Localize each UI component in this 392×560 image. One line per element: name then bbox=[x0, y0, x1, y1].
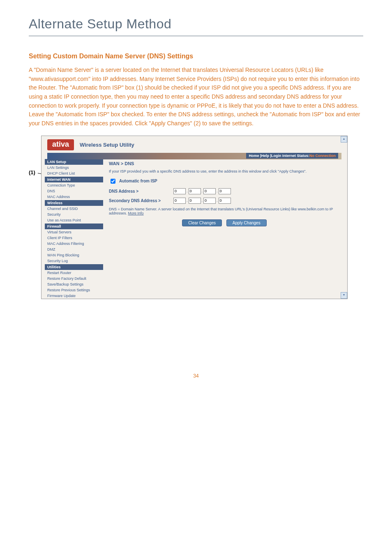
page-number: 34 bbox=[29, 373, 363, 379]
router-header: ativa Wireless Setup Utility bbox=[42, 136, 347, 151]
router-ui-screenshot: ▴ ▾ ativa Wireless Setup Utility Home |H… bbox=[41, 136, 348, 299]
sidebar-head-wireless[interactable]: Wireless bbox=[45, 200, 103, 206]
sidebar-item-mac[interactable]: MAC Address bbox=[45, 194, 103, 200]
screenshot-figure: (1) (2) ▴ ▾ ativa Wireless Setup Utility… bbox=[41, 136, 363, 299]
auto-isp-label: Automatic from ISP bbox=[119, 179, 157, 183]
auto-isp-checkbox[interactable] bbox=[111, 179, 115, 184]
utility-title: Wireless Setup Utility bbox=[80, 142, 134, 148]
sidebar-item-dns[interactable]: DNS bbox=[45, 188, 103, 194]
breadcrumb: WAN > DNS bbox=[109, 161, 340, 166]
sidebar-item-virtual-servers[interactable]: Virtual Servers bbox=[45, 229, 103, 235]
sidebar-head-firewall[interactable]: Firewall bbox=[45, 224, 103, 229]
clear-changes-button[interactable]: Clear Changes bbox=[182, 219, 222, 226]
sec-dns-ip-1[interactable] bbox=[173, 198, 186, 204]
scrollbar-up-icon[interactable]: ▴ bbox=[341, 136, 347, 143]
main-panel: WAN > DNS If your ISP provided you with … bbox=[103, 159, 347, 299]
sidebar-head-lan[interactable]: LAN Setup bbox=[45, 159, 103, 165]
sidebar-head-wan[interactable]: Internet WAN bbox=[45, 177, 103, 182]
sidebar-item-dhcp[interactable]: DHCP Client List bbox=[45, 171, 103, 176]
header-bar: Home |Help |Login Internet Status:No Con… bbox=[47, 153, 341, 159]
section-title: Setting Custom Domain Name Server (DNS) … bbox=[29, 53, 363, 60]
sec-dns-ip-4[interactable] bbox=[219, 198, 231, 204]
page-title: Alternate Setup Method bbox=[29, 16, 363, 32]
brand-logo: ativa bbox=[47, 139, 74, 150]
sidebar-item-ap[interactable]: Use as Access Point bbox=[45, 217, 103, 223]
apply-changes-button[interactable]: Apply Changes bbox=[226, 219, 267, 226]
dns-ip-3[interactable] bbox=[203, 188, 216, 194]
sidebar-item-restart[interactable]: Restart Router bbox=[45, 270, 103, 276]
sidebar-item-conn-type[interactable]: Connection Type bbox=[45, 182, 103, 188]
sidebar-item-dmz[interactable]: DMZ bbox=[45, 247, 103, 252]
dns-address-label: DNS Address > bbox=[109, 189, 168, 194]
sec-dns-ip-3[interactable] bbox=[203, 198, 216, 204]
internet-status: No Connection bbox=[309, 154, 336, 158]
sec-dns-ip-inputs: . . . bbox=[173, 198, 231, 204]
sidebar-item-security[interactable]: Security bbox=[45, 212, 103, 217]
sidebar-head-utilities[interactable]: Utilities bbox=[45, 264, 103, 270]
more-info-link[interactable]: More Info bbox=[128, 211, 144, 215]
sidebar-item-lan-settings[interactable]: LAN Settings bbox=[45, 165, 103, 171]
sec-dns-label: Secondary DNS Address > bbox=[109, 198, 168, 203]
sidebar-item-channel[interactable]: Channel and SSID bbox=[45, 206, 103, 212]
scrollbar-down-icon[interactable]: ▾ bbox=[341, 292, 347, 299]
sidebar: LAN Setup LAN Settings DHCP Client List … bbox=[42, 159, 103, 299]
dns-ip-inputs: . . . bbox=[173, 188, 231, 194]
dns-ip-2[interactable] bbox=[189, 188, 201, 194]
sidebar-item-restore-default[interactable]: Restore Factory Default bbox=[45, 276, 103, 281]
dns-ip-4[interactable] bbox=[219, 188, 231, 194]
sidebar-item-save-backup[interactable]: Save/Backup Settings bbox=[45, 281, 103, 287]
panel-intro: If your ISP provided you with a specific… bbox=[109, 169, 340, 173]
sidebar-item-restore-prev[interactable]: Restore Previous Settings bbox=[45, 287, 103, 293]
body-text: A "Domain Name Server" is a server locat… bbox=[29, 66, 363, 128]
button-row: Clear Changes Apply Changes bbox=[109, 219, 340, 226]
sidebar-item-client-ip[interactable]: Client IP Filters bbox=[45, 235, 103, 241]
title-divider bbox=[29, 36, 363, 36]
sidebar-item-mac-filter[interactable]: MAC Address Filtering bbox=[45, 241, 103, 247]
sec-dns-ip-2[interactable] bbox=[189, 198, 201, 204]
sidebar-item-sec-log[interactable]: Security Log bbox=[45, 258, 103, 264]
dns-note: DNS = Domain Name Server. A server locat… bbox=[109, 207, 340, 215]
sidebar-item-firmware[interactable]: Firmware Update bbox=[45, 293, 103, 299]
dns-ip-1[interactable] bbox=[173, 188, 186, 194]
header-links-text[interactable]: Home |Help |Login Internet Status: bbox=[249, 154, 309, 158]
callout-1: (1) bbox=[29, 169, 35, 175]
header-links[interactable]: Home |Help |Login Internet Status:No Con… bbox=[246, 153, 338, 159]
sidebar-item-wan-ping[interactable]: WAN Ping Blocking bbox=[45, 252, 103, 258]
